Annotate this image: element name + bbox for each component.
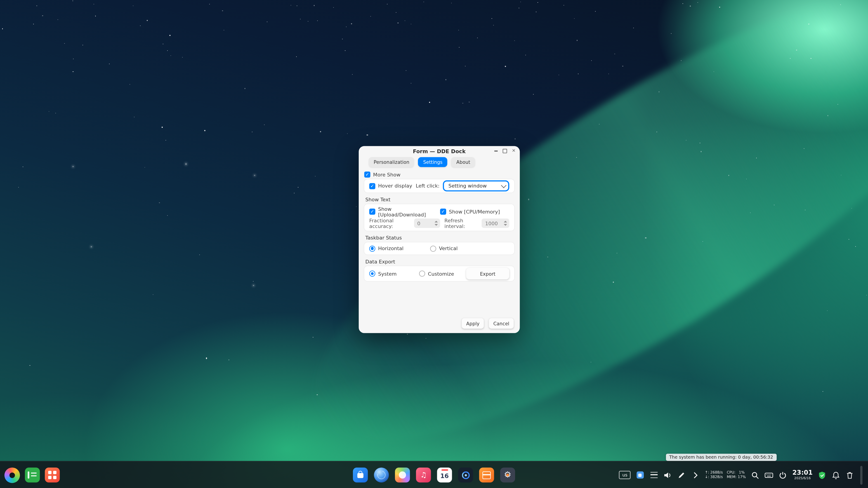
star: [229, 360, 229, 360]
star: [147, 20, 148, 21]
star: [558, 74, 559, 75]
terminal-icon[interactable]: [25, 467, 40, 482]
show-cpu-memory-checkbox[interactable]: Show [CPU/Memory]: [440, 208, 500, 215]
trash-icon[interactable]: [845, 470, 854, 480]
maximize-button[interactable]: [501, 147, 508, 155]
star: [18, 187, 19, 188]
vertical-radio[interactable]: Vertical: [430, 246, 458, 252]
star: [30, 365, 30, 366]
star: [36, 6, 37, 6]
radio-selected-icon: [369, 246, 375, 252]
spinner-arrows-icon[interactable]: [504, 221, 507, 226]
star: [367, 134, 368, 135]
onscreen-keyboard-icon[interactable]: [765, 470, 774, 480]
star: [253, 281, 253, 282]
network-monitor-plugin[interactable]: ↑: 268B/s CPU: 1% ↓: 382B/s MEM: 17%: [705, 470, 746, 480]
star: [855, 246, 856, 247]
refresh-interval-spinner[interactable]: 1000: [482, 219, 509, 228]
star: [574, 18, 575, 19]
control-center-icon[interactable]: [458, 467, 473, 482]
star: [578, 73, 579, 74]
star: [145, 167, 145, 168]
tray-window-icon[interactable]: [636, 470, 645, 480]
star: [55, 113, 56, 113]
power-icon[interactable]: [778, 470, 787, 480]
star: [808, 24, 809, 24]
star: [387, 4, 388, 4]
system-label: System: [378, 271, 397, 276]
net-upload-speed: ↑: 268B/s: [705, 470, 723, 475]
star: [346, 26, 347, 27]
package-manager-icon[interactable]: [479, 467, 494, 482]
star: [576, 157, 577, 158]
photos-app-icon[interactable]: [395, 467, 410, 482]
more-show-checkbox[interactable]: More Show: [364, 171, 400, 177]
horizontal-radio[interactable]: Horizontal: [369, 246, 430, 252]
volume-icon[interactable]: [663, 470, 672, 480]
system-radio[interactable]: System: [369, 271, 419, 277]
window-titlebar[interactable]: Form — DDE Dock ✕: [359, 146, 520, 156]
cancel-button[interactable]: Cancel: [489, 318, 514, 329]
star: [796, 50, 797, 51]
export-button[interactable]: Export: [466, 268, 509, 279]
star: [58, 19, 58, 20]
checkbox-checked-icon: [369, 208, 375, 215]
app-store-icon[interactable]: [353, 467, 368, 482]
dialog-footer: Apply Cancel: [462, 318, 514, 329]
refresh-interval-value: 1000: [485, 221, 502, 226]
star: [264, 124, 265, 125]
fractional-accuracy-value: 0: [417, 221, 432, 226]
security-shield-icon[interactable]: [817, 470, 827, 480]
star: [515, 138, 516, 139]
keyboard-layout-indicator[interactable]: us: [619, 471, 631, 479]
star: [405, 20, 405, 21]
customize-label: Customize: [428, 271, 454, 276]
star: [535, 12, 536, 12]
tab-personalization[interactable]: Personalization: [369, 157, 414, 167]
tray-expand-chevron-icon[interactable]: [691, 470, 700, 480]
tab-about[interactable]: About: [452, 157, 475, 167]
star: [729, 175, 730, 176]
star: [333, 7, 334, 8]
dock-left-group: [4, 461, 60, 488]
browser-icon[interactable]: [374, 467, 389, 482]
multitasking-view-icon[interactable]: [45, 467, 60, 482]
show-cpu-memory-label: Show [CPU/Memory]: [449, 209, 500, 214]
star: [491, 18, 492, 19]
star: [350, 23, 352, 24]
minimize-button[interactable]: [492, 147, 500, 155]
show-upload-download-checkbox[interactable]: Show [Upload/Download]: [369, 206, 440, 217]
launcher-icon[interactable]: [4, 467, 20, 483]
settings-gear-icon[interactable]: ⚙: [500, 467, 515, 482]
dock-center-group: ♫ 16 ⚙: [353, 461, 515, 488]
search-icon[interactable]: [751, 470, 760, 480]
fractional-accuracy-spinner[interactable]: 0: [414, 219, 440, 228]
star: [445, 79, 446, 80]
tray-list-icon[interactable]: [649, 470, 658, 480]
star: [244, 88, 245, 89]
star: [64, 43, 65, 44]
show-desktop-button[interactable]: [860, 466, 863, 484]
star: [165, 140, 166, 141]
close-button[interactable]: ✕: [510, 147, 518, 155]
tab-settings[interactable]: Settings: [418, 157, 447, 167]
memory-usage: MEM: 17%: [727, 475, 746, 480]
spinner-arrows-icon[interactable]: [434, 221, 438, 226]
star: [159, 203, 160, 203]
music-app-icon[interactable]: ♫: [416, 467, 431, 482]
star: [109, 64, 110, 64]
apply-button[interactable]: Apply: [462, 318, 484, 329]
star: [398, 23, 398, 23]
notification-bell-icon[interactable]: [831, 470, 840, 480]
star: [320, 131, 321, 132]
star: [170, 56, 171, 56]
star: [746, 178, 747, 179]
star: [613, 282, 614, 283]
calendar-icon[interactable]: 16: [437, 467, 452, 482]
customize-radio[interactable]: Customize: [419, 271, 454, 277]
screenshot-pen-icon[interactable]: [677, 470, 686, 480]
star: [698, 2, 698, 3]
hover-display-checkbox[interactable]: Hover display: [369, 183, 412, 189]
left-click-select[interactable]: Setting window: [443, 180, 509, 191]
clock-datetime[interactable]: 23:01 2025/6/16: [792, 470, 813, 480]
